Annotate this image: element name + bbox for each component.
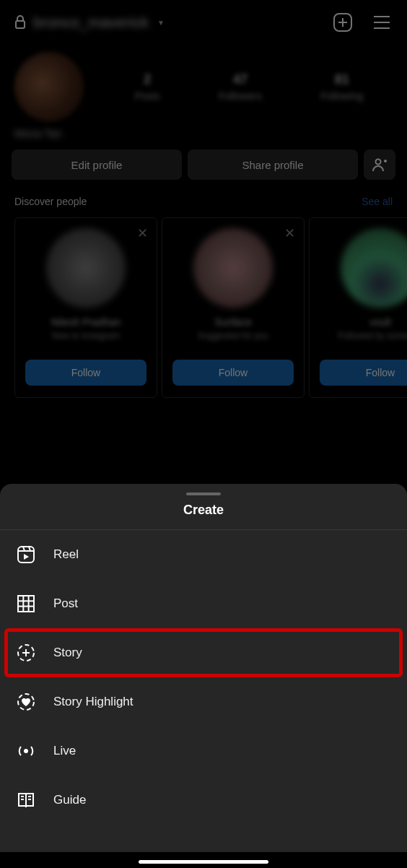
username-text: bronco_maverick xyxy=(33,14,149,31)
add-person-icon xyxy=(372,157,388,172)
sheet-item-guide[interactable]: Guide xyxy=(0,776,407,825)
svg-rect-0 xyxy=(16,21,25,28)
card-name: voult xyxy=(369,316,391,329)
highlight-icon xyxy=(16,692,36,712)
avatar[interactable] xyxy=(46,228,126,308)
sheet-title: Create xyxy=(0,503,407,530)
discover-card: ✕ Sunface Suggested for you Follow xyxy=(162,217,305,398)
menu-icon[interactable] xyxy=(371,12,393,33)
lock-icon xyxy=(14,15,26,30)
card-name: Sunface xyxy=(214,316,251,329)
svg-point-23 xyxy=(24,749,28,753)
discover-people-button[interactable] xyxy=(364,149,395,180)
grid-icon xyxy=(16,594,36,614)
sheet-item-label: Story xyxy=(53,646,82,660)
svg-rect-10 xyxy=(18,547,34,563)
discover-card: ✕ Nitesh Pradhan New to Instagram Follow xyxy=(14,217,157,398)
follow-button[interactable]: Follow xyxy=(25,360,146,386)
username-selector[interactable]: bronco_maverick ▼ xyxy=(14,14,165,31)
follow-button[interactable]: Follow xyxy=(172,360,294,386)
sheet-grabber[interactable] xyxy=(186,492,221,495)
create-sheet: Create Reel Post Story Story Highlight L… xyxy=(0,484,407,868)
close-icon[interactable]: ✕ xyxy=(137,225,148,241)
edit-profile-button[interactable]: Edit profile xyxy=(12,149,182,180)
sheet-item-label: Post xyxy=(53,596,78,611)
stat-following[interactable]: 81 Following xyxy=(320,72,363,102)
sheet-item-live[interactable]: Live xyxy=(0,726,407,776)
profile-summary: 2 Posts 47 Followers 81 Following xyxy=(0,45,407,121)
card-subtitle: Followed by someone xyxy=(338,331,407,351)
create-icon[interactable] xyxy=(332,12,354,33)
card-subtitle: New to Instagram xyxy=(52,331,120,351)
card-subtitle: Suggested for you xyxy=(198,331,268,351)
nav-bar-area xyxy=(0,852,407,868)
discover-cards: ✕ Nitesh Pradhan New to Instagram Follow… xyxy=(0,217,407,398)
sheet-item-label: Story Highlight xyxy=(53,695,134,709)
avatar[interactable] xyxy=(341,228,407,308)
home-indicator[interactable] xyxy=(139,860,268,864)
stat-followers[interactable]: 47 Followers xyxy=(219,72,262,102)
sheet-item-label: Guide xyxy=(53,793,86,807)
discover-label: Discover people xyxy=(14,196,87,207)
live-icon xyxy=(16,741,36,761)
svg-rect-14 xyxy=(18,596,34,612)
see-all-link[interactable]: See all xyxy=(362,196,393,207)
reel-icon xyxy=(16,544,36,565)
card-name: Nitesh Pradhan xyxy=(51,316,121,329)
avatar[interactable] xyxy=(193,228,273,308)
story-icon xyxy=(16,643,36,663)
stat-posts[interactable]: 2 Posts xyxy=(135,72,160,102)
display-name: Mona Tan xyxy=(0,121,407,149)
discover-card: voult Followed by someone Follow xyxy=(309,217,407,398)
follow-button[interactable]: Follow xyxy=(320,360,407,386)
close-icon[interactable]: ✕ xyxy=(284,225,295,241)
top-bar: bronco_maverick ▼ xyxy=(0,0,407,45)
sheet-item-post[interactable]: Post xyxy=(0,579,407,628)
svg-point-7 xyxy=(376,160,381,165)
sheet-item-reel[interactable]: Reel xyxy=(0,530,407,579)
share-profile-button[interactable]: Share profile xyxy=(188,149,358,180)
sheet-item-story-highlight[interactable]: Story Highlight xyxy=(0,677,407,726)
avatar[interactable] xyxy=(14,52,84,121)
guide-icon xyxy=(16,790,36,810)
sheet-item-label: Reel xyxy=(53,547,79,562)
chevron-down-icon: ▼ xyxy=(157,19,165,27)
sheet-item-story[interactable]: Story xyxy=(4,628,403,677)
sheet-item-label: Live xyxy=(53,744,76,758)
